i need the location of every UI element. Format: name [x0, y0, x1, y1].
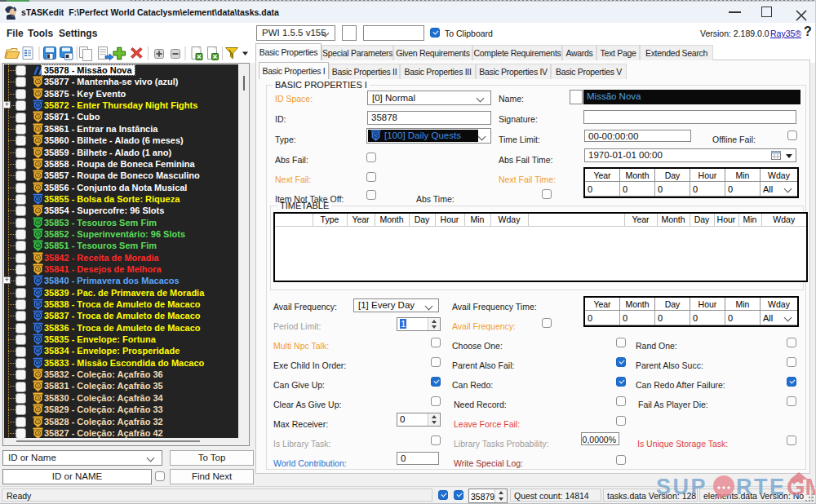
svg-text:RTE: RTE	[736, 475, 787, 499]
svg-text:SUP: SUP	[656, 475, 707, 499]
